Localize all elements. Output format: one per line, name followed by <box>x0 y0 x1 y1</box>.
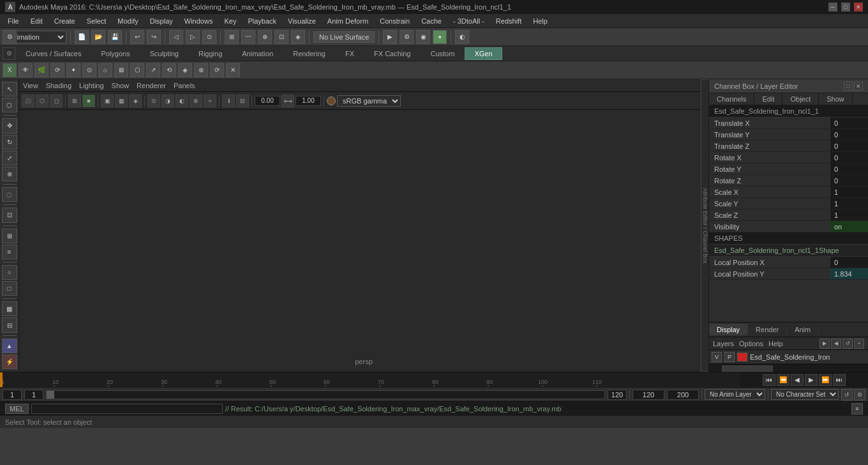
snap-live-btn[interactable]: ◈ <box>291 30 305 44</box>
vp-menu-show[interactable]: Show <box>112 82 130 89</box>
vp-menu-renderer[interactable]: Renderer <box>137 82 166 89</box>
menu-file[interactable]: File <box>3 16 24 26</box>
tab-rigging[interactable]: Rigging <box>189 47 232 60</box>
window-controls[interactable]: ─ □ ✕ <box>828 3 863 11</box>
colorspace-dropdown[interactable]: sRGB gamma <box>337 95 401 107</box>
bc-refresh-btn[interactable]: ↺ <box>841 389 853 400</box>
menu-key[interactable]: Key <box>219 16 241 26</box>
xgen-tool5[interactable]: ✦ <box>66 63 80 77</box>
vp-aa-btn[interactable]: ⊛ <box>190 95 202 107</box>
attribute-editor-tab[interactable]: Attribute Editor / Channel Box <box>701 79 708 372</box>
xgen-tool12[interactable]: ◈ <box>178 63 192 77</box>
frame-end-input[interactable] <box>608 390 627 400</box>
menu-anim-deform[interactable]: Anim Deform <box>322 16 373 26</box>
no-live-surface-btn[interactable]: No Live Surface <box>313 31 375 43</box>
dr-tab-render[interactable]: Render <box>748 324 787 335</box>
render-btn[interactable]: ▶ <box>383 30 397 44</box>
attr-rotate-x[interactable]: Rotate X 0 <box>709 152 868 164</box>
select-loop-btn[interactable]: ○ <box>2 265 17 280</box>
menu-help[interactable]: Help <box>528 16 553 26</box>
vp-menu-view[interactable]: View <box>23 82 38 89</box>
fps-input[interactable] <box>667 390 699 400</box>
select-ring-btn[interactable]: □ <box>2 281 17 296</box>
layer-color-swatch[interactable] <box>737 353 747 362</box>
go-start-btn[interactable]: ⏮ <box>763 374 775 386</box>
menu-cache[interactable]: Cache <box>416 16 447 26</box>
soft-select-btn[interactable]: ◌ <box>2 187 17 202</box>
right-scrollbar[interactable] <box>709 364 868 372</box>
cb-tab-channels[interactable]: Channels <box>709 93 754 105</box>
menu-3dto-all[interactable]: - 3DtoAll - <box>448 16 490 26</box>
attr-translate-y[interactable]: Translate Y 0 <box>709 129 868 141</box>
align-btn[interactable]: ≡ <box>2 245 17 259</box>
cb-expand-btn[interactable]: □ <box>844 82 853 91</box>
layer-playback-btn[interactable]: P <box>724 352 735 362</box>
scale-z-value[interactable]: 1 <box>830 210 868 220</box>
select-by-hierarchy-btn[interactable]: ◁ <box>169 30 183 44</box>
xgen-tool15[interactable]: ✕ <box>226 63 240 77</box>
snap-grid-btn[interactable]: ⊞ <box>225 30 239 44</box>
go-end-btn[interactable]: ⏭ <box>833 374 846 386</box>
layers-menu-help[interactable]: Help <box>768 340 783 347</box>
prev-frame-btn[interactable]: ◀ <box>791 374 804 386</box>
attr-rotate-z[interactable]: Rotate Z 0 <box>709 175 868 187</box>
tab-fx-caching[interactable]: FX Caching <box>364 47 420 60</box>
rotate-x-value[interactable]: 0 <box>830 152 868 163</box>
redo-btn[interactable]: ↪ <box>147 30 161 44</box>
attr-scale-x[interactable]: Scale X 1 <box>709 187 868 198</box>
vp-menu-panels[interactable]: Panels <box>174 82 195 89</box>
save-scene-btn[interactable]: 💾 <box>108 30 122 44</box>
menu-windows[interactable]: Windows <box>179 16 218 26</box>
next-frame-btn[interactable]: ⏩ <box>819 374 832 386</box>
cb-tab-object[interactable]: Object <box>782 93 819 105</box>
vp-menu-shading[interactable]: Shading <box>46 82 71 89</box>
xgen-tool10[interactable]: ↗ <box>146 63 160 77</box>
dr-tab-display[interactable]: Display <box>709 324 748 335</box>
play-fwd-btn[interactable]: ▶ <box>805 374 818 386</box>
settings-btn[interactable]: ⚙ <box>3 30 17 44</box>
snap-curve-btn[interactable]: 〰 <box>241 30 255 44</box>
zoom-value-input[interactable] <box>255 96 280 106</box>
scale-tool-btn[interactable]: ⤢ <box>2 151 17 165</box>
cb-tab-show[interactable]: Show <box>819 93 853 105</box>
universal-tool-btn[interactable]: ⊕ <box>2 167 17 181</box>
frame-start-input[interactable] <box>3 390 22 400</box>
xgen-tool13[interactable]: ⊕ <box>194 63 208 77</box>
vp-wireframe-btn[interactable]: ◻ <box>50 95 63 107</box>
dr-tab-anim[interactable]: Anim <box>787 324 819 335</box>
close-button[interactable]: ✕ <box>854 3 863 11</box>
tab-curves-surfaces[interactable]: Curves / Surfaces <box>16 47 91 60</box>
xgen-tool8[interactable]: ⊠ <box>114 63 128 77</box>
menu-edit[interactable]: Edit <box>26 16 48 26</box>
render-settings-btn[interactable]: ⚙ <box>400 30 414 44</box>
xgen-tool7[interactable]: ⌂ <box>98 63 112 77</box>
xgen-tool14[interactable]: ⟳ <box>210 63 224 77</box>
open-scene-btn[interactable]: 📂 <box>91 30 105 44</box>
xgen-tool9[interactable]: ⬡ <box>130 63 144 77</box>
step-back-btn[interactable]: ⏪ <box>777 374 789 386</box>
menu-constrain[interactable]: Constrain <box>375 16 415 26</box>
scrollbar-thumb[interactable] <box>722 365 773 372</box>
menu-select[interactable]: Select <box>82 16 112 26</box>
select-tool-btn[interactable]: ↖ <box>2 82 17 96</box>
vp-isolate-btn[interactable]: ⊙ <box>147 95 160 107</box>
snap-point-btn[interactable]: ⊕ <box>258 30 272 44</box>
menu-playback[interactable]: Playback <box>243 16 281 26</box>
tab-xgen[interactable]: XGen <box>465 47 502 60</box>
menu-display[interactable]: Display <box>145 16 178 26</box>
menu-redshift[interactable]: Redshift <box>491 16 527 26</box>
attr-scale-y[interactable]: Scale Y 1 <box>709 198 868 210</box>
xgen-tool2[interactable]: 👁 <box>19 63 33 77</box>
rotate-tool-btn[interactable]: ↻ <box>2 135 17 149</box>
bc-settings-btn[interactable]: ⚙ <box>854 389 865 400</box>
vp-camera-btn[interactable]: 🎥 <box>22 95 34 107</box>
show-manip-btn[interactable]: ⊡ <box>2 208 17 222</box>
char-set-dropdown[interactable]: No Character Set <box>771 389 839 400</box>
scale-y-value[interactable]: 1 <box>830 198 868 209</box>
move-tool-btn[interactable]: ✥ <box>2 118 17 133</box>
select-by-object-btn[interactable]: ⊙ <box>202 30 216 44</box>
cb-tab-edit[interactable]: Edit <box>754 93 782 105</box>
viewport-2-btn[interactable]: ● <box>433 30 447 44</box>
menu-create[interactable]: Create <box>49 16 80 26</box>
scale-x-value[interactable]: 1 <box>830 187 868 197</box>
